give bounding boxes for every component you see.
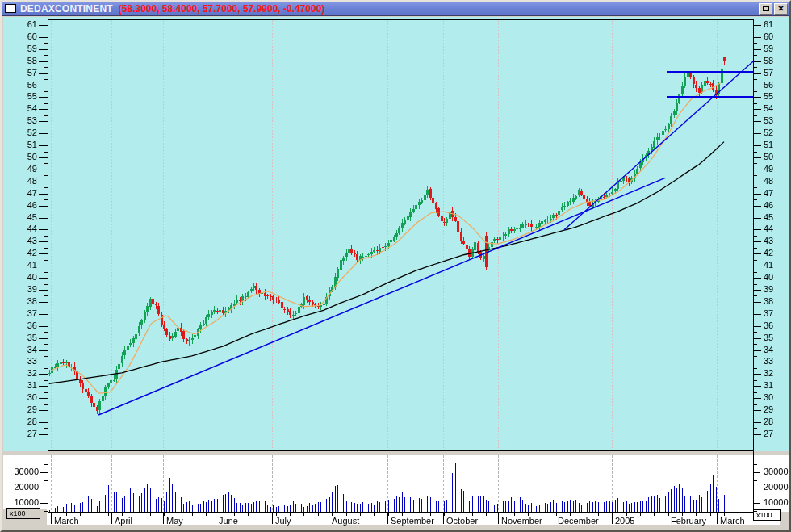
- month-label: February: [671, 516, 706, 526]
- price-axis-label-right: 36: [764, 320, 789, 331]
- month-label: 2005: [615, 516, 634, 526]
- close-button[interactable]: ✕: [774, 3, 788, 15]
- price-axis-label-right: 45: [764, 212, 789, 223]
- price-axis-label-left: 28: [11, 417, 37, 427]
- month-label: May: [166, 516, 183, 526]
- price-axis-label-left: 60: [11, 31, 37, 42]
- price-axis-label-left: 52: [11, 128, 37, 138]
- month-label: November: [501, 516, 542, 526]
- price-axis-label-right: 37: [764, 308, 789, 319]
- price-axis-label-right: 50: [764, 152, 789, 162]
- price-axis-label-right: 53: [764, 115, 789, 126]
- price-axis-label-right: 60: [764, 31, 789, 42]
- window-icon: [5, 4, 16, 13]
- price-axis-label-right: 34: [764, 345, 789, 355]
- price-axis-label-left: 34: [11, 345, 37, 355]
- price-axis-label-left: 27: [11, 429, 37, 439]
- price-axis-label-right: 38: [764, 296, 789, 307]
- price-axis-label-right: 49: [764, 164, 789, 174]
- volume-axis-label-left: 10000: [5, 497, 39, 508]
- month-label: March: [54, 516, 79, 526]
- volume-multiplier-left: x100: [6, 508, 40, 519]
- price-axis-label-right: 44: [764, 224, 789, 234]
- maximize-button[interactable]: [759, 3, 772, 15]
- price-axis-label-left: 33: [11, 356, 37, 367]
- price-axis-label-left: 47: [11, 188, 37, 199]
- month-label: October: [446, 516, 478, 526]
- price-axis-label-right: 48: [764, 176, 789, 186]
- price-axis-label-right: 32: [764, 368, 789, 379]
- price-axis-label-left: 56: [11, 80, 37, 90]
- price-axis-label-right: 52: [764, 128, 789, 138]
- price-axis-label-right: 56: [764, 80, 789, 90]
- price-axis-label-right: 57: [764, 68, 789, 78]
- price-axis-label-left: 53: [11, 115, 37, 126]
- volume-multiplier-right: x100: [753, 509, 781, 521]
- month-label: July: [275, 516, 291, 526]
- volume-axis-label-right: 10000: [764, 497, 791, 508]
- price-axis-label-left: 39: [11, 284, 37, 295]
- month-label: September: [391, 516, 434, 526]
- volume-axis-label-right: 30000: [764, 467, 791, 477]
- price-axis-label-left: 55: [11, 91, 37, 102]
- ohlc-values: (58.3000, 58.4000, 57.7000, 57.9900, -0.…: [119, 3, 325, 15]
- price-axis-label-right: 40: [764, 272, 789, 283]
- price-axis-label-left: 59: [11, 44, 37, 54]
- price-axis-label-left: 42: [11, 248, 37, 258]
- price-axis-label-left: 40: [11, 272, 37, 283]
- price-axis-label-left: 32: [11, 368, 37, 379]
- chart-window: DEDAXCONTINENT (58.3000, 58.4000, 57.700…: [0, 0, 791, 532]
- price-axis-label-left: 36: [11, 320, 37, 331]
- price-axis-label-left: 50: [11, 152, 37, 162]
- price-axis-label-left: 30: [11, 392, 37, 403]
- price-axis-label-right: 35: [764, 333, 789, 343]
- price-axis-label-right: 42: [764, 248, 789, 258]
- month-label: August: [332, 516, 359, 526]
- price-axis-label-right: 51: [764, 140, 789, 150]
- price-axis-label-right: 43: [764, 236, 789, 246]
- window-title: DEDAXCONTINENT: [20, 3, 113, 15]
- price-axis-label-left: 49: [11, 164, 37, 174]
- price-axis-label-left: 29: [11, 404, 37, 415]
- price-axis-label-right: 58: [764, 56, 789, 66]
- price-axis-label-left: 57: [11, 68, 37, 78]
- price-axis-label-right: 61: [764, 19, 789, 30]
- month-label: June: [219, 516, 238, 526]
- maximize-icon: [763, 6, 769, 11]
- price-axis-label-left: 61: [11, 19, 37, 30]
- price-axis-label-left: 51: [11, 140, 37, 150]
- price-axis-label-left: 44: [11, 224, 37, 234]
- volume-axis-label-left: 20000: [5, 482, 39, 492]
- price-axis-label-left: 37: [11, 308, 37, 319]
- price-axis-label-right: 55: [764, 91, 789, 102]
- price-axis-label-left: 46: [11, 200, 37, 211]
- price-axis-label-right: 46: [764, 200, 789, 211]
- volume-axis-label-left: 30000: [5, 467, 39, 477]
- price-chart-canvas[interactable]: [2, 2, 791, 532]
- price-axis-label-left: 54: [11, 103, 37, 114]
- price-axis-label-left: 58: [11, 56, 37, 66]
- price-axis-label-right: 31: [764, 380, 789, 391]
- price-axis-label-left: 41: [11, 260, 37, 270]
- price-axis-label-right: 27: [764, 429, 789, 439]
- price-axis-label-right: 47: [764, 188, 789, 199]
- price-axis-label-left: 43: [11, 236, 37, 246]
- price-axis-label-right: 39: [764, 284, 789, 295]
- price-axis-label-right: 28: [764, 417, 789, 427]
- price-axis-label-right: 29: [764, 404, 789, 415]
- price-axis-label-left: 31: [11, 380, 37, 391]
- month-label: April: [115, 516, 132, 526]
- price-axis-label-left: 38: [11, 296, 37, 307]
- volume-axis-label-right: 20000: [764, 482, 791, 492]
- price-axis-label-right: 54: [764, 103, 789, 114]
- price-axis-label-left: 35: [11, 333, 37, 343]
- month-label: March: [720, 516, 745, 526]
- price-axis-label-right: 33: [764, 356, 789, 367]
- price-axis-label-right: 30: [764, 392, 789, 403]
- window-titlebar[interactable]: DEDAXCONTINENT (58.3000, 58.4000, 57.700…: [2, 2, 789, 16]
- price-axis-label-left: 45: [11, 212, 37, 223]
- month-label: December: [558, 516, 599, 526]
- price-axis-label-left: 48: [11, 176, 37, 186]
- price-axis-label-right: 41: [764, 260, 789, 270]
- price-axis-label-right: 59: [764, 44, 789, 54]
